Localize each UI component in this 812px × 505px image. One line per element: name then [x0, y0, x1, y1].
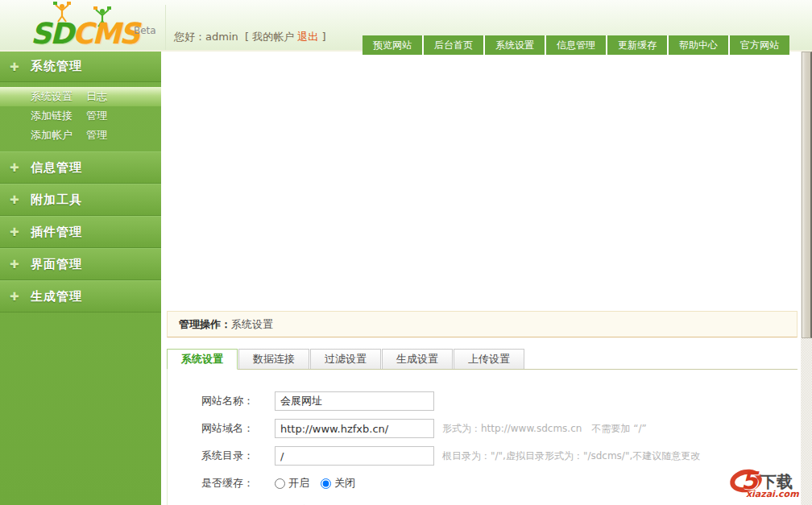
- system-dir-hint: 根目录为："/",虚拟目录形式为："/sdcms/",不建议随意更改: [442, 449, 700, 463]
- cache-option-off[interactable]: 关闭: [321, 476, 355, 491]
- topnav-system-settings[interactable]: 系统设置: [483, 35, 545, 55]
- submenu-row-system-settings: 系统设置 日志: [0, 87, 161, 106]
- bracket-close: ]: [322, 31, 326, 43]
- operation-bar-value: 系统设置: [231, 318, 273, 330]
- my-account-link[interactable]: 我的帐户: [252, 31, 294, 43]
- sidebar-section-label: 插件管理: [31, 225, 82, 239]
- plus-icon: ✚: [10, 249, 19, 279]
- system-settings-form: 网站名称： 网站域名： 形式为：http://www.sdcms.cn 不需要加…: [168, 370, 798, 505]
- plus-icon: ✚: [10, 152, 19, 183]
- header-divider: [165, 5, 166, 50]
- tab-upload-settings[interactable]: 上传设置: [454, 349, 524, 369]
- settings-panel: 网站名称： 网站域名： 形式为：http://www.sdcms.cn 不需要加…: [167, 370, 798, 505]
- form-row-site-name: 网站名称：: [168, 391, 798, 411]
- topnav-preview-site[interactable]: 预览网站: [362, 35, 422, 55]
- cache-off-label: 关闭: [334, 476, 355, 491]
- plus-icon: ✚: [10, 281, 19, 312]
- logo-cms-text: CMS: [72, 17, 139, 50]
- topnav-admin-home[interactable]: 后台首页: [422, 35, 483, 55]
- plus-icon: ✚: [10, 217, 19, 247]
- topnav-help-center[interactable]: 帮助中心: [667, 35, 728, 55]
- sidebar-section-label: 信息管理: [31, 160, 82, 175]
- link-manage-accounts[interactable]: 管理: [86, 126, 107, 145]
- form-row-site-domain: 网站域名： 形式为：http://www.sdcms.cn 不需要加 “/”: [168, 419, 798, 438]
- username: admin: [205, 31, 238, 43]
- tab-generate-settings[interactable]: 生成设置: [382, 349, 453, 369]
- system-dir-label: 系统目录：: [201, 449, 275, 463]
- sidebar-section-label: 界面管理: [31, 257, 82, 271]
- topnav-info-management[interactable]: 信息管理: [545, 35, 606, 55]
- sidebar-section-tools[interactable]: ✚ 附加工具: [0, 184, 161, 216]
- link-system-settings[interactable]: 系统设置: [31, 87, 86, 106]
- logo-sd-text: SD: [31, 17, 72, 50]
- topnav-official-site[interactable]: 官方网站: [728, 35, 789, 55]
- form-row-cache: 是否缓存： 开启 关闭: [168, 474, 798, 493]
- cache-off-radio[interactable]: [321, 478, 331, 489]
- sidebar-section-system[interactable]: ✚ 系统管理: [0, 52, 161, 82]
- logo-beta-badge: Beta: [134, 26, 156, 35]
- link-add-link[interactable]: 添加链接: [31, 106, 86, 126]
- tab-filter-settings[interactable]: 过滤设置: [310, 349, 381, 369]
- form-row-system-dir: 系统目录： 根目录为："/",虚拟目录形式为："/sdcms/",不建议随意更改: [168, 446, 798, 466]
- site-domain-label: 网站域名：: [201, 421, 275, 436]
- sdcms-logo: SDCMS Beta: [31, 6, 160, 48]
- a5xiazai-watermark-logo: 5 下载 xiazai.com: [728, 468, 806, 502]
- vertical-scrollbar[interactable]: [801, 52, 812, 505]
- sidebar-section-label: 生成管理: [31, 289, 82, 304]
- sidebar-section-info[interactable]: ✚ 信息管理: [0, 151, 161, 184]
- site-domain-hint: 形式为：http://www.sdcms.cn 不需要加 “/”: [442, 422, 647, 436]
- operation-bar-label: 管理操作：: [179, 318, 231, 330]
- sidebar-section-generate[interactable]: ✚ 生成管理: [0, 280, 161, 313]
- sidebar-submenu-system: 系统设置 日志 添加链接 管理 添加帐户 管理: [0, 82, 161, 151]
- plus-icon: ✚: [10, 184, 19, 215]
- header: SDCMS Beta 您好：admin [ 我的帐户 退出 ] 预览网站 后台首…: [0, 0, 812, 52]
- plus-icon: ✚: [10, 52, 19, 81]
- bracket-open: [: [245, 31, 249, 43]
- cache-option-on[interactable]: 开启: [275, 476, 309, 491]
- site-domain-input[interactable]: [275, 419, 434, 438]
- logout-link[interactable]: 退出: [297, 31, 318, 43]
- tab-system-settings[interactable]: 系统设置: [167, 349, 238, 370]
- cache-radio-group: 开启 关闭: [275, 476, 367, 491]
- sidebar: ✚ 系统管理 系统设置 日志 添加链接 管理 添加帐户 管理 ✚ 信息管理 ✚ …: [0, 52, 161, 505]
- cache-label: 是否缓存：: [201, 476, 275, 491]
- cache-on-radio[interactable]: [275, 478, 285, 489]
- sidebar-section-label: 系统管理: [31, 59, 82, 73]
- link-add-account[interactable]: 添加帐户: [31, 126, 86, 145]
- site-name-label: 网站名称：: [201, 394, 275, 408]
- link-log[interactable]: 日志: [86, 87, 107, 106]
- submenu-row-add-account: 添加帐户 管理: [0, 126, 161, 145]
- watermark-site-url: xiazai.com: [746, 489, 799, 499]
- cache-on-label: 开启: [288, 476, 309, 491]
- sidebar-section-label: 附加工具: [31, 192, 82, 207]
- top-navigation: 预览网站 后台首页 系统设置 信息管理 更新缓存 帮助中心 官方网站: [362, 35, 789, 55]
- sidebar-section-interface[interactable]: ✚ 界面管理: [0, 248, 161, 280]
- form-row-admin-log: 管理日志： 开启 关闭 （关闭则只记录登陆日志）: [168, 501, 798, 505]
- submenu-row-add-link: 添加链接 管理: [0, 106, 161, 126]
- system-dir-input[interactable]: [275, 446, 434, 466]
- scrollbar-thumb[interactable]: [802, 52, 812, 338]
- topnav-refresh-cache[interactable]: 更新缓存: [606, 35, 667, 55]
- site-name-input[interactable]: [275, 391, 434, 411]
- operation-bar: 管理操作：系统设置: [167, 311, 798, 337]
- link-manage-links[interactable]: 管理: [86, 106, 107, 126]
- user-greeting: 您好：admin [ 我的帐户 退出 ]: [174, 30, 326, 44]
- greeting-prefix: 您好：: [174, 31, 205, 43]
- settings-tabs: 系统设置 数据连接 过滤设置 生成设置 上传设置: [167, 349, 798, 370]
- tab-data-connection[interactable]: 数据连接: [238, 349, 309, 369]
- sidebar-section-plugins[interactable]: ✚ 插件管理: [0, 216, 161, 248]
